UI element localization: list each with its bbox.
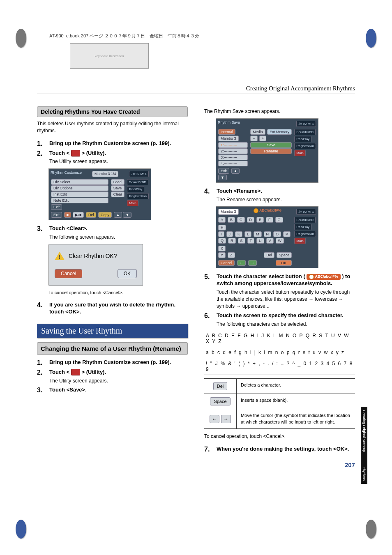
menu-item[interactable]: Div Select	[51, 179, 108, 185]
step-desc: The Rename screen appears.	[217, 196, 355, 203]
menu-item[interactable]: Div Options	[51, 185, 108, 191]
exit-button[interactable]: Exit	[218, 168, 229, 174]
char-mode[interactable]: ABC/abc/!#%	[259, 209, 281, 213]
cancel-note: To cancel operation, touch <Cancel>.	[48, 290, 188, 295]
save-button[interactable]: Save	[250, 142, 292, 148]
step-number: 7.	[204, 446, 213, 453]
char-row-lower: a b c d e f g h i j k l m n o p q r s t …	[204, 347, 355, 358]
side-tab[interactable]: Registration	[127, 193, 149, 199]
side-tab[interactable]: Registration	[294, 231, 316, 237]
intro-text: The Rhythm Save screen appears.	[204, 108, 355, 115]
chapter-title: Creating Original Accompaniment Rhythms	[37, 85, 355, 94]
exit-button[interactable]: Exit	[51, 204, 62, 210]
exit-button[interactable]: Exit	[51, 212, 62, 218]
arrows-desc: Move the cursor (the symbol that indicat…	[237, 409, 355, 428]
minus-button[interactable]: −	[250, 136, 257, 141]
ok-button[interactable]: OK	[276, 260, 292, 266]
step-number: 4.	[204, 188, 213, 203]
side-tab[interactable]: Sound/KBD	[127, 179, 148, 185]
tempo-indicator: ♩= 92 M: 1	[296, 121, 316, 127]
rhythm-name: Mambo 3	[218, 136, 239, 141]
utility-icon	[71, 150, 80, 157]
media-label: Media	[250, 129, 265, 135]
side-tab[interactable]: Sound/KBD	[294, 129, 316, 135]
step-desc: The Utility screen appears.	[49, 378, 188, 385]
heading-saving-user-rhythm: Saving the User Rhythm	[37, 324, 188, 338]
save-button[interactable]: Save	[111, 185, 125, 191]
heading-deleting-rhythms: Deleting Rhythms You Have Created	[37, 106, 188, 117]
rhythm-save-screen: Rhythm Save ♩= 92 M: 1 Internal Mambo 3 …	[216, 118, 318, 183]
ok-button[interactable]: OK	[118, 269, 137, 278]
side-tab-label: Creating Original Accompaniment Rhythms	[361, 407, 367, 484]
del-key-img: Del	[213, 382, 228, 390]
step-title: Touch < > (Utility).	[49, 150, 188, 157]
step-desc: The Utility screen appears.	[49, 158, 188, 165]
step-number: 2.	[37, 369, 46, 385]
slot[interactable]: 2:-----------	[218, 148, 248, 154]
step-title: When you're done making the settings, to…	[217, 446, 355, 453]
step-title: Touch <Save>.	[49, 387, 188, 394]
step-title: Touch the character select button ( ABC/…	[217, 273, 355, 287]
step-number: 1.	[37, 359, 46, 366]
menu-item[interactable]: Inst Edit	[51, 191, 108, 197]
step-title: Touch the screen to specify the desired …	[217, 312, 355, 319]
step-desc: Touch the character select button repeat…	[217, 289, 355, 309]
utility-icon	[71, 369, 80, 375]
crop-oval	[16, 29, 26, 48]
location-internal[interactable]: Internal	[218, 129, 235, 135]
side-tab[interactable]: Main	[294, 150, 305, 156]
step-number: 6.	[204, 312, 213, 328]
del-desc: Deletes a character.	[237, 379, 355, 394]
side-tab[interactable]: Main	[127, 200, 138, 206]
clear-button[interactable]: Clear	[111, 191, 125, 197]
cancel-button[interactable]: Cancel	[55, 269, 82, 278]
char-select-icon: ABC/abc/!#%	[307, 274, 340, 280]
space-desc: Inserts a space (blank).	[237, 394, 355, 409]
plus-button[interactable]: +	[259, 136, 266, 141]
rename-button[interactable]: Rename	[250, 148, 292, 154]
cancel-button[interactable]: Cancel	[218, 260, 235, 266]
space-key[interactable]: Space	[277, 252, 292, 258]
step-number: 1.	[37, 140, 46, 147]
name-field[interactable]: Mambo 3	[218, 209, 239, 215]
slot[interactable]: 3:-----------	[218, 154, 248, 160]
arrow-left-icon: ←	[210, 415, 219, 423]
slot[interactable]: 4:-----------	[218, 161, 248, 166]
utility-screen: Rhythm Customize Mambo 3 1/4 ♩= 92 M: 1 …	[48, 168, 151, 220]
confirm-message: Clear Rhythm OK?	[69, 253, 117, 259]
heading-rename: Changing the Name of a User Rhythm (Rena…	[37, 342, 188, 355]
side-tab[interactable]: Main	[294, 238, 305, 244]
cancel-note: To cancel operation, touch <Cancel>.	[204, 433, 355, 440]
step-desc: The following characters can be selected…	[217, 321, 355, 328]
side-tab[interactable]: Rec/Play	[294, 136, 311, 142]
slot[interactable]: 1:-----------	[218, 142, 248, 148]
step-title: Touch < > (Utility).	[49, 369, 188, 376]
ext-memory-button[interactable]: Ext Memory	[267, 129, 292, 135]
crop-oval	[16, 520, 26, 539]
step-number: 3.	[37, 387, 46, 394]
char-row-symbols: ! " # % & ' ( ) * + , - . / : = ? ^ _ 0 …	[204, 358, 355, 375]
arrow-right-icon: →	[221, 415, 231, 423]
step-title: If you are sure that you wish to delete …	[49, 302, 188, 315]
step-number: 3.	[37, 225, 46, 241]
copy-button[interactable]: Copy	[98, 212, 112, 218]
step-number: 2.	[37, 150, 46, 166]
book-header-line: AT-900_e.book 207 ページ ２００７年９月７日 金曜日 午前８時…	[49, 33, 355, 39]
menu-item[interactable]: Note Edit	[51, 198, 108, 203]
side-tab[interactable]: Rec/Play	[294, 224, 311, 230]
left-column: Deleting Rhythms You Have Created This d…	[37, 106, 188, 468]
side-tab-marker	[361, 452, 367, 467]
confirm-dialog: Clear Rhythm OK? Cancel OK	[48, 244, 143, 286]
side-tab[interactable]: Rec/Play	[127, 186, 144, 192]
warning-icon	[55, 252, 65, 260]
side-tab[interactable]: Sound/KBD	[294, 217, 316, 223]
del-key[interactable]: Del	[264, 252, 274, 258]
tempo-indicator: ♩= 92 M: 1	[296, 209, 316, 215]
del-button[interactable]: Del	[86, 212, 97, 218]
load-button[interactable]: Load	[111, 179, 125, 185]
rename-screen: Mambo 3 ABC/abc/!#% ♩= 92 M: 1 ABCDEFGH …	[216, 206, 318, 268]
side-tab[interactable]: Registration	[294, 143, 316, 149]
product-illustration: keyboard illustration	[70, 43, 149, 69]
crop-oval	[366, 520, 376, 539]
space-key-img: Space	[210, 397, 230, 405]
